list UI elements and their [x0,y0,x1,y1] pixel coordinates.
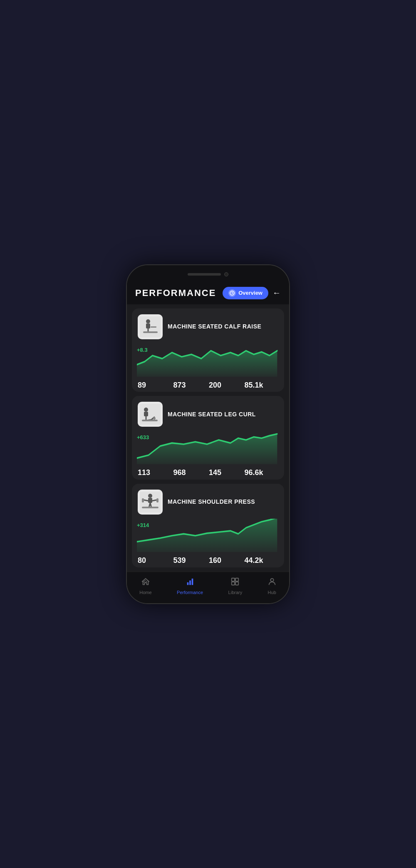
stat-reps-sp-label: reps [173,567,182,567]
svg-point-2 [146,319,150,323]
stat-sets-sp-label: sets [138,567,146,567]
card-header-sp: MACHINE SHOULDER PRESS [138,490,278,515]
stat-lbmoved-sp-label: lb moved [245,567,263,567]
svg-rect-8 [140,404,161,425]
svg-point-12 [153,417,156,420]
svg-rect-25 [187,582,188,584]
stat-sets-value: 89 [138,381,146,390]
stat-sets-label: sets [138,391,146,392]
nav-library-label: Library [228,590,243,595]
exercise-name-shoulder-press: MACHINE SHOULDER PRESS [168,498,255,505]
exercise-name-calf-raise: MACHINE SEATED CALF RAISE [168,323,261,330]
chart-calf-raise: +8.3 [137,343,279,377]
stat-sets-sp-value: 80 [138,556,146,565]
svg-point-9 [144,408,148,412]
stat-lbmax-lc-label: lb max [209,479,222,480]
svg-rect-27 [191,578,193,585]
status-bar [127,265,289,284]
stat-lbmoved-lc: 96.6k lb moved ≡ [245,468,279,480]
svg-rect-6 [143,331,158,333]
exercise-name-leg-curl: MACHINE SEATED LEG CURL [168,411,256,418]
svg-rect-3 [146,323,150,328]
svg-line-16 [144,500,148,501]
stat-reps-sp-value: 539 [173,556,186,565]
performance-icon [186,577,195,588]
camera-dot [224,272,228,276]
stat-lbmax-sp-value: 160 [209,556,221,565]
nav-performance-label: Performance [177,590,203,595]
stat-lbmax-sp-label: lb max [209,567,222,567]
stat-lbmoved-label: lb moved [245,391,263,392]
svg-rect-21 [142,498,144,502]
nav-item-home[interactable]: Home [133,575,158,597]
chart-trend-calf-raise: +8.3 [137,347,148,353]
stat-lbmoved-value: 85.1k [245,381,263,390]
stats-grid-sp: 80 sets ⊗ 539 reps ↻ 160 lb max ✕ 44.2k … [138,556,278,567]
stat-sets: 89 sets ⊗ [138,381,172,392]
stat-reps-lc-value: 968 [173,468,186,477]
stat-sets-sp: 80 sets ⊗ [138,556,172,567]
home-icon [141,577,150,588]
stat-lbmoved-lc-label: lb moved [245,479,263,480]
stat-reps-value: 873 [173,381,186,390]
svg-rect-7 [151,326,156,328]
svg-rect-31 [235,582,238,584]
back-button[interactable]: ← [272,288,281,298]
stat-reps: 873 reps ↻ [173,381,208,392]
overview-icon [228,289,236,297]
notch-pill [188,273,221,276]
stat-lb-max: 200 lb max ✕ [209,381,243,392]
svg-rect-28 [232,578,235,581]
header: PERFORMANCE Overview ← [127,284,289,304]
bottom-navigation: Home Performance Library [127,572,289,603]
svg-rect-11 [142,420,158,421]
header-actions: Overview ← [223,287,281,299]
stat-sets-lc: 113 sets ⊗ [138,468,172,480]
stats-grid-calf-raise: 89 sets ⊗ 873 reps ↻ 200 lb max ✕ 85.1k … [138,381,278,392]
library-icon [230,577,240,588]
stat-lbmax-value: 200 [209,381,221,390]
hub-icon [267,577,277,588]
nav-item-hub[interactable]: Hub [261,575,283,597]
page-title: PERFORMANCE [135,288,216,298]
nav-home-label: Home [139,590,151,595]
svg-point-32 [270,578,273,581]
svg-rect-29 [235,578,238,581]
chart-trend-leg-curl: +633 [137,434,149,440]
stat-lbmax-sp: 160 lb max ✕ [209,556,243,567]
svg-rect-20 [142,507,158,508]
card-header: MACHINE SEATED CALF RAISE [138,314,278,339]
svg-line-17 [152,500,156,501]
chart-leg-curl: +633 [137,431,279,464]
stat-sets-lc-value: 113 [138,468,150,477]
svg-rect-26 [189,580,191,585]
stat-reps-lc-label: reps [173,479,182,480]
exercise-card-leg-curl[interactable]: MACHINE SEATED LEG CURL +633 [132,396,284,480]
stat-lbmoved-sp-value: 44.2k [245,556,263,565]
overview-button[interactable]: Overview [223,287,268,299]
chart-trend-sp: +314 [137,522,149,528]
stat-lb-moved: 85.1k lb moved ≡ [245,381,279,392]
exercise-thumbnail-calf-raise [138,314,163,339]
overview-label: Overview [238,290,262,296]
chart-shoulder-press: +314 [137,519,279,552]
exercise-thumbnail-shoulder-press [138,490,163,515]
stats-grid-leg-curl: 113 sets ⊗ 968 reps ↻ 145 lb max ✕ 96.6k… [138,468,278,480]
svg-rect-30 [232,582,235,584]
stat-sets-lc-label: sets [138,479,146,480]
stat-lbmax-lc-value: 145 [209,468,221,477]
nav-hub-label: Hub [268,590,276,595]
svg-rect-10 [144,412,148,416]
nav-item-performance[interactable]: Performance [170,575,210,597]
stat-lbmax-lc: 145 lb max ✕ [209,468,243,480]
stat-reps-lc: 968 reps ↻ [173,468,208,480]
stat-reps-sp: 539 reps ↻ [173,556,208,567]
stat-lbmax-label: lb max [209,391,222,392]
exercise-thumbnail-leg-curl [138,402,163,427]
exercise-card-shoulder-press[interactable]: MACHINE SHOULDER PRESS +314 [132,484,284,567]
exercise-card-calf-raise[interactable]: MACHINE SEATED CALF RAISE +8.3 [132,308,284,392]
nav-item-library[interactable]: Library [222,575,249,597]
svg-rect-22 [156,498,158,502]
phone-frame: PERFORMANCE Overview ← [127,265,289,603]
svg-point-14 [148,494,152,498]
